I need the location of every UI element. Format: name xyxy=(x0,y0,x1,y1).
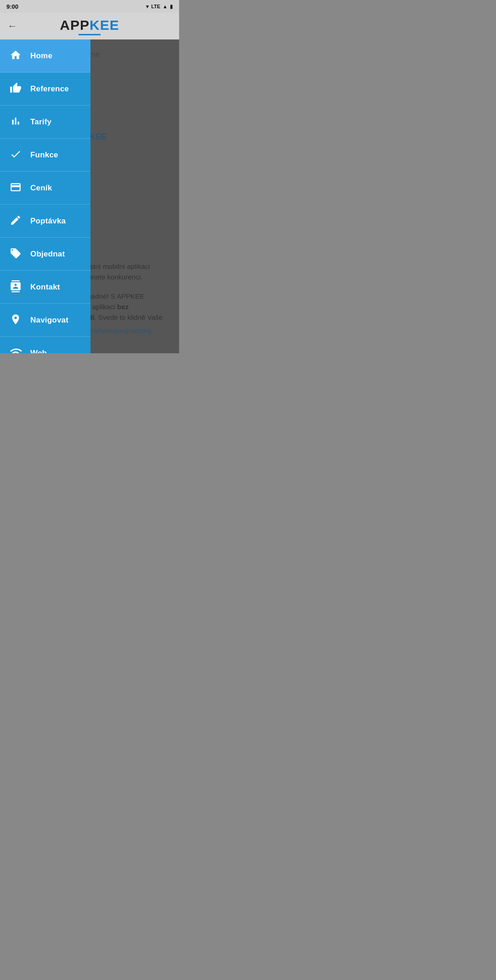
sidebar-item-home-label: Home xyxy=(30,51,52,61)
sidebar-item-kontakt[interactable]: Kontakt xyxy=(0,271,90,304)
status-time: 9:00 xyxy=(6,3,18,10)
wifi-icon xyxy=(8,346,23,354)
lte-label: LTE xyxy=(151,4,160,9)
sidebar-item-kontakt-label: Kontakt xyxy=(30,283,60,292)
sidebar-item-reference[interactable]: Reference xyxy=(0,72,90,106)
sidebar-item-navigovat[interactable]: Navigovat xyxy=(0,304,90,337)
sidebar-item-funkce-label: Funkce xyxy=(30,150,58,160)
sidebar-item-poptavka[interactable]: Poptávka xyxy=(0,205,90,238)
logo-app: APP xyxy=(60,17,90,33)
home-icon xyxy=(8,49,23,63)
sidebar-item-funkce[interactable]: Funkce xyxy=(0,139,90,172)
card-icon xyxy=(8,181,23,195)
contact-icon xyxy=(8,280,23,294)
status-bar: 9:00 ▾ LTE ▲ ▮ xyxy=(0,0,179,13)
sidebar: Home Reference Tarify Funkce Ceník Poptá… xyxy=(0,39,90,353)
sidebar-item-home[interactable]: Home xyxy=(0,39,90,72)
logo-text: APPKEE xyxy=(60,17,119,33)
sidebar-item-objednat-label: Objednat xyxy=(30,250,65,259)
pin-icon xyxy=(8,313,23,327)
status-icons: ▾ LTE ▲ ▮ xyxy=(146,4,173,10)
sidebar-item-tarify[interactable]: Tarify xyxy=(0,106,90,139)
signal-icon: ▲ xyxy=(163,4,168,9)
sidebar-item-objednat[interactable]: Objednat xyxy=(0,238,90,271)
sidebar-item-navigovat-label: Navigovat xyxy=(30,316,68,325)
dark-overlay xyxy=(90,39,179,353)
check-icon xyxy=(8,148,23,162)
sidebar-item-web-label: Web xyxy=(30,349,47,354)
battery-icon: ▮ xyxy=(170,4,173,10)
sidebar-item-poptavka-label: Poptávka xyxy=(30,217,66,226)
top-bar: ← APPKEE xyxy=(0,13,179,39)
logo-kee: KEE xyxy=(90,17,119,33)
chart-bar-icon xyxy=(8,115,23,129)
sidebar-item-web[interactable]: Web xyxy=(0,337,90,353)
sidebar-item-cenik-label: Ceník xyxy=(30,184,52,193)
sidebar-item-cenik[interactable]: Ceník xyxy=(0,172,90,205)
sidebar-item-reference-label: Reference xyxy=(30,84,69,94)
tag-icon xyxy=(8,247,23,261)
sidebar-item-tarify-label: Tarify xyxy=(30,117,51,127)
thumbs-up-icon xyxy=(8,82,23,96)
wifi-icon: ▾ xyxy=(146,4,149,10)
pen-icon xyxy=(8,214,23,228)
logo-underline xyxy=(79,34,101,35)
app-logo: APPKEE xyxy=(60,17,119,35)
back-button[interactable]: ← xyxy=(7,20,17,32)
